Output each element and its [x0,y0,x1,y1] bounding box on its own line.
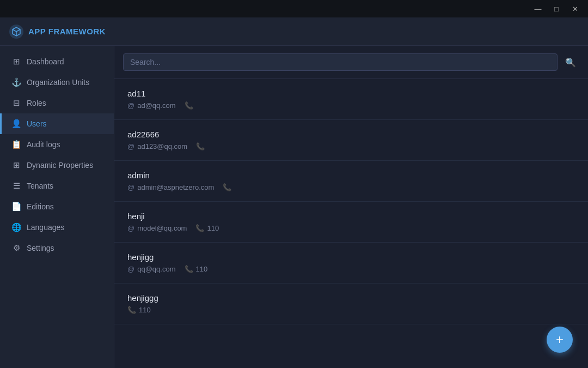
sidebar-item-settings[interactable]: ⚙ Settings [0,238,114,258]
user-name: henjiggg [127,293,575,303]
sidebar-label-organization-units: Organization Units [27,78,89,87]
roles-icon: ⊟ [11,98,21,108]
phone-value: 110 [207,224,219,232]
user-list: ad11 @ ad@qq.com 📞 ad22666 @ ad123@qq.co… [114,79,588,368]
user-email: @ qq@qq.com [127,265,176,273]
email-value: ad@qq.com [137,101,175,110]
user-meta: @ ad123@qq.com 📞 [127,142,575,150]
user-phone: 📞 [223,183,234,191]
phone-icon: 📞 [185,265,193,273]
user-email: @ ad123@qq.com [127,142,187,150]
logo: APP FRAMEWORK [9,24,106,39]
user-meta: @ qq@qq.com 📞 110 [127,265,575,273]
sidebar-item-dynamic-properties[interactable]: ⊞ Dynamic Properties [0,155,114,176]
settings-icon: ⚙ [11,243,21,253]
email-value: qq@qq.com [137,265,175,273]
sidebar-label-editions: Editions [27,202,54,211]
maximize-button[interactable]: □ [548,2,565,15]
email-value: ad123@qq.com [137,142,187,150]
header: APP FRAMEWORK [0,17,588,46]
user-name: ad11 [127,89,575,98]
email-icon: @ [127,265,134,273]
phone-value: 110 [196,265,208,273]
user-name: henji [127,212,575,221]
user-list-item[interactable]: henjiggg 📞 110 [114,283,588,324]
sidebar-item-roles[interactable]: ⊟ Roles [0,93,114,113]
user-list-item[interactable]: admin @ admin@aspnetzero.com 📞 [114,161,588,202]
organization-units-icon: ⚓ [11,77,21,87]
sidebar-item-editions[interactable]: 📄 Editions [0,196,114,217]
search-input[interactable] [123,53,558,71]
sidebar-label-languages: Languages [27,223,64,232]
user-name: henjigg [127,252,575,262]
sidebar-item-organization-units[interactable]: ⚓ Organization Units [0,72,114,93]
content-area: 🔍 ad11 @ ad@qq.com 📞 ad22666 @ ad123@qq.… [114,46,588,368]
sidebar-label-dynamic-properties: Dynamic Properties [27,161,93,170]
phone-icon: 📞 [196,142,205,150]
sidebar: ⊞ Dashboard ⚓ Organization Units ⊟ Roles… [0,46,114,368]
user-phone: 📞 [196,142,207,150]
close-button[interactable]: ✕ [566,2,584,15]
user-email: @ model@qq.com [127,224,187,232]
user-email: @ admin@aspnetzero.com [127,183,214,191]
user-list-item[interactable]: ad22666 @ ad123@qq.com 📞 [114,120,588,161]
email-value: admin@aspnetzero.com [137,183,214,191]
sidebar-item-audit-logs[interactable]: 📋 Audit logs [0,134,114,155]
editions-icon: 📄 [11,202,21,212]
user-meta: 📞 110 [127,306,575,314]
audit-logs-icon: 📋 [11,140,21,149]
sidebar-item-users[interactable]: 👤 Users [0,113,114,134]
email-icon: @ [127,183,134,191]
main-content: ⊞ Dashboard ⚓ Organization Units ⊟ Roles… [0,46,588,368]
languages-icon: 🌐 [11,222,21,232]
sidebar-item-tenants[interactable]: ☰ Tenants [0,176,114,196]
email-icon: @ [127,101,134,110]
user-meta: @ admin@aspnetzero.com 📞 [127,183,575,191]
add-user-button[interactable]: + [547,327,573,353]
sidebar-label-tenants: Tenants [27,182,53,190]
dynamic-properties-icon: ⊞ [11,160,21,170]
user-list-item[interactable]: ad11 @ ad@qq.com 📞 [114,79,588,120]
user-phone: 📞 110 [127,306,151,314]
sidebar-label-dashboard: Dashboard [27,57,64,66]
user-name: admin [127,171,575,180]
phone-icon: 📞 [127,306,136,314]
logo-text: APP FRAMEWORK [28,27,106,36]
search-bar: 🔍 [114,46,588,79]
user-phone: 📞 110 [185,265,208,273]
sidebar-label-users: Users [27,119,47,128]
phone-icon: 📞 [185,101,193,110]
sidebar-item-languages[interactable]: 🌐 Languages [0,217,114,238]
email-icon: @ [127,224,134,232]
dashboard-icon: ⊞ [11,57,21,67]
search-button[interactable]: 🔍 [562,55,579,70]
sidebar-label-roles: Roles [27,99,46,107]
user-email: @ ad@qq.com [127,101,176,110]
email-icon: @ [127,142,134,150]
tenants-icon: ☰ [11,181,21,191]
email-value: model@qq.com [137,224,187,232]
user-phone: 📞 [185,101,196,110]
user-name: ad22666 [127,130,575,139]
phone-icon: 📞 [223,183,231,191]
titlebar: — □ ✕ [0,0,588,17]
sidebar-label-audit-logs: Audit logs [27,140,60,149]
minimize-button[interactable]: — [529,2,547,15]
user-list-item[interactable]: henji @ model@qq.com 📞 110 [114,202,588,243]
user-meta: @ ad@qq.com 📞 [127,101,575,110]
user-meta: @ model@qq.com 📞 110 [127,224,575,232]
app-shell: APP FRAMEWORK ⊞ Dashboard ⚓ Organization… [0,17,588,368]
users-icon: 👤 [11,119,21,129]
phone-value: 110 [139,306,151,314]
user-list-item[interactable]: henjigg @ qq@qq.com 📞 110 [114,243,588,283]
user-phone: 📞 110 [195,224,219,232]
phone-icon: 📞 [195,224,204,232]
logo-icon [9,24,24,39]
sidebar-item-dashboard[interactable]: ⊞ Dashboard [0,51,114,72]
sidebar-label-settings: Settings [27,244,54,252]
